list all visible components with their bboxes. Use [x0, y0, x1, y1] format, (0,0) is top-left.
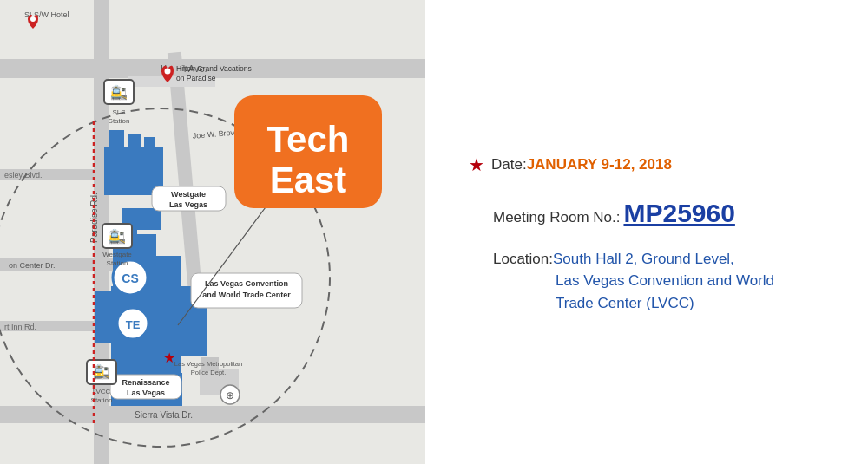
svg-text:Westgate: Westgate — [171, 190, 206, 199]
svg-rect-19 — [95, 291, 117, 343]
svg-text:Station: Station — [108, 117, 130, 125]
location-label: Location: — [493, 248, 553, 271]
location-value-3: Trade Center (LVCC) — [556, 295, 694, 311]
date-row: ★ Date: JANUARY 9-12, 2018 — [469, 152, 833, 178]
svg-text:🚉: 🚉 — [110, 84, 128, 101]
svg-text:CS: CS — [122, 271, 138, 285]
info-panel: ★ Date: JANUARY 9-12, 2018 Meeting Room … — [425, 0, 868, 464]
svg-text:Tech: Tech — [267, 119, 350, 160]
room-label: Meeting Room No.: — [493, 206, 620, 229]
date-label: Date: — [491, 154, 527, 176]
map-panel: Karen Ave. Paradise Rd. Joe W. Brown Dr.… — [0, 0, 425, 464]
svg-text:🚉: 🚉 — [93, 363, 110, 380]
svg-point-61 — [165, 69, 171, 75]
svg-text:Police Dept.: Police Dept. — [191, 369, 226, 376]
svg-rect-29 — [128, 134, 141, 152]
svg-text:Hilton Grand Vacations: Hilton Grand Vacations — [176, 64, 252, 73]
svg-text:rt Inn Rd.: rt Inn Rd. — [4, 323, 36, 331]
svg-text:and World Trade Center: and World Trade Center — [202, 291, 291, 299]
svg-text:★: ★ — [163, 350, 175, 365]
svg-text:Las Vegas: Las Vegas — [169, 200, 207, 209]
svg-text:TE: TE — [126, 318, 141, 331]
svg-text:Sierra Vista Dr.: Sierra Vista Dr. — [135, 410, 193, 420]
svg-text:⊕: ⊕ — [226, 389, 234, 402]
svg-text:LVCC: LVCC — [93, 388, 111, 395]
room-value: MP25960 — [623, 193, 734, 232]
star-icon: ★ — [469, 152, 484, 178]
svg-point-48 — [30, 16, 36, 22]
svg-text:Station: Station — [107, 259, 128, 267]
svg-rect-30 — [144, 137, 155, 152]
svg-rect-28 — [108, 130, 124, 152]
svg-rect-9 — [0, 406, 425, 423]
location-value-1: South Hall 2, Ground Level, — [553, 248, 734, 271]
location-value-2: Las Vegas Convention and World — [556, 272, 774, 289]
room-row: Meeting Room No.: MP25960 — [493, 193, 833, 232]
svg-text:Las Vegas: Las Vegas — [127, 389, 165, 397]
svg-text:🚉: 🚉 — [108, 228, 126, 245]
location-row: Location: South Hall 2, Ground Level, La… — [493, 248, 833, 315]
svg-text:Westgate: Westgate — [102, 251, 132, 258]
svg-text:on Center Dr.: on Center Dr. — [9, 261, 56, 270]
svg-text:Renaissance: Renaissance — [122, 378, 169, 387]
date-value: JANUARY 9-12, 2018 — [527, 154, 672, 176]
svg-text:on Paradise: on Paradise — [176, 74, 216, 82]
svg-text:Las Vegas Convention: Las Vegas Convention — [205, 279, 288, 288]
svg-text:Las Vegas Metropolitan: Las Vegas Metropolitan — [174, 360, 242, 368]
svg-text:East: East — [270, 160, 347, 200]
